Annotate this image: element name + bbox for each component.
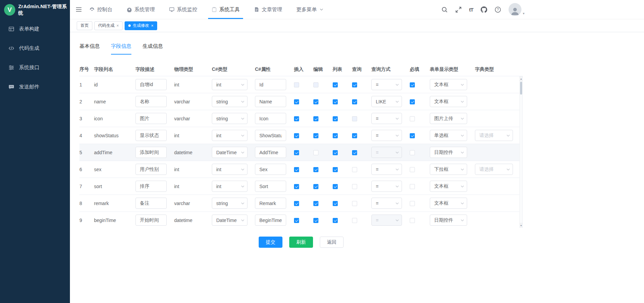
query-mode-select[interactable]: LIKE xyxy=(371,96,402,107)
query-mode-select[interactable]: = xyxy=(371,113,402,124)
edit-checkbox[interactable] xyxy=(313,82,318,87)
csharp-type-select[interactable]: DateTime xyxy=(212,147,247,158)
scroll-up-arrow[interactable]: ▲ xyxy=(520,77,522,81)
field-description-input[interactable] xyxy=(135,130,167,141)
query-checkbox[interactable] xyxy=(352,201,357,206)
insert-checkbox[interactable] xyxy=(294,184,299,189)
scrollbar-thumb[interactable] xyxy=(520,82,522,95)
nav-item-console[interactable]: 控制台 xyxy=(89,0,112,19)
query-checkbox[interactable] xyxy=(352,150,357,155)
github-icon[interactable] xyxy=(481,6,487,13)
field-description-input[interactable] xyxy=(135,96,167,107)
user-avatar-menu[interactable]: ▾ xyxy=(509,3,525,16)
list-checkbox[interactable] xyxy=(333,218,338,223)
csharp-property-input[interactable] xyxy=(255,215,286,226)
query-mode-select[interactable]: = xyxy=(371,79,402,90)
query-checkbox[interactable] xyxy=(352,116,357,121)
nav-item-article-management[interactable]: 文章管理 xyxy=(254,0,282,19)
sidebar-item-form-builder[interactable]: 表单构建 xyxy=(0,19,70,39)
query-mode-select[interactable]: = xyxy=(371,198,402,209)
app-logo-row[interactable]: V ZrAdmin.NET-管理系统 xyxy=(0,0,70,19)
insert-checkbox[interactable] xyxy=(294,167,299,172)
insert-checkbox[interactable] xyxy=(294,99,299,104)
insert-checkbox[interactable] xyxy=(294,133,299,138)
edit-checkbox[interactable] xyxy=(313,218,318,223)
collapse-menu-icon[interactable] xyxy=(76,7,82,12)
query-mode-select[interactable]: = xyxy=(371,181,402,192)
search-icon[interactable] xyxy=(441,6,448,13)
dict-type-select[interactable]: 请选择 xyxy=(475,164,513,175)
vertical-scrollbar[interactable]: ▲ ▼ xyxy=(519,76,523,228)
csharp-type-select[interactable]: int xyxy=(212,130,247,141)
csharp-type-select[interactable]: string xyxy=(212,113,247,124)
csharp-property-input[interactable] xyxy=(255,181,286,192)
query-mode-select[interactable]: = xyxy=(371,147,402,158)
edit-checkbox[interactable] xyxy=(313,99,318,104)
list-checkbox[interactable] xyxy=(333,99,338,104)
submit-button[interactable]: 提交 xyxy=(259,237,282,248)
required-checkbox[interactable] xyxy=(410,201,415,206)
required-checkbox[interactable] xyxy=(410,150,415,155)
field-description-input[interactable] xyxy=(135,215,167,226)
display-type-select[interactable]: 文本框 xyxy=(430,79,467,90)
scrollbar-track[interactable] xyxy=(520,81,522,223)
close-icon[interactable]: × xyxy=(116,23,119,28)
nav-item-system-management[interactable]: 系统管理 xyxy=(127,0,155,19)
csharp-property-input[interactable] xyxy=(255,147,286,158)
dict-type-select[interactable]: 请选择 xyxy=(475,130,513,141)
required-checkbox[interactable] xyxy=(410,116,415,121)
csharp-type-select[interactable]: DateTime xyxy=(212,215,247,226)
field-description-input[interactable] xyxy=(135,164,167,175)
display-type-select[interactable]: 日期控件 xyxy=(430,215,467,226)
tab-generate-info[interactable]: 生成信息 xyxy=(143,43,163,55)
required-checkbox[interactable] xyxy=(410,184,415,189)
list-checkbox[interactable] xyxy=(333,184,338,189)
display-type-select[interactable]: 日期控件 xyxy=(430,147,467,158)
edit-checkbox[interactable] xyxy=(313,150,318,155)
query-mode-select[interactable]: = xyxy=(371,130,402,141)
field-description-input[interactable] xyxy=(135,147,167,158)
back-button[interactable]: 返回 xyxy=(320,237,344,248)
edit-checkbox[interactable] xyxy=(313,167,318,172)
sidebar-item-system-api[interactable]: 系统接口 xyxy=(0,58,70,77)
display-type-select[interactable]: 图片上传 xyxy=(430,113,467,124)
refresh-button[interactable]: 刷新 xyxy=(289,237,313,248)
query-checkbox[interactable] xyxy=(352,99,357,104)
query-checkbox[interactable] xyxy=(352,133,357,138)
insert-checkbox[interactable] xyxy=(294,116,299,121)
tab-basic-info[interactable]: 基本信息 xyxy=(79,43,100,55)
csharp-property-input[interactable] xyxy=(255,164,286,175)
edit-checkbox[interactable] xyxy=(313,184,318,189)
display-type-select[interactable]: 文本框 xyxy=(430,96,467,107)
table-scroll-area[interactable]: 1 id int int = 文本框 xyxy=(79,76,519,228)
nav-item-system-monitor[interactable]: 系统监控 xyxy=(169,0,197,19)
tab-field-info[interactable]: 字段信息 xyxy=(111,43,131,55)
list-checkbox[interactable] xyxy=(333,82,338,87)
tag-code-generation[interactable]: 代码生成 × xyxy=(94,21,123,30)
sidebar-item-code-generation[interactable]: 代码生成 xyxy=(0,39,70,58)
query-checkbox[interactable] xyxy=(352,82,357,87)
insert-checkbox[interactable] xyxy=(294,82,299,87)
close-icon[interactable]: × xyxy=(151,23,153,28)
csharp-property-input[interactable] xyxy=(255,79,286,90)
csharp-type-select[interactable]: int xyxy=(212,181,247,192)
display-type-select[interactable]: 文本框 xyxy=(430,181,467,192)
list-checkbox[interactable] xyxy=(333,167,338,172)
csharp-type-select[interactable]: string xyxy=(212,198,247,209)
tag-generate-modify[interactable]: 生成修改 × xyxy=(125,21,157,30)
csharp-type-select[interactable]: string xyxy=(212,96,247,107)
list-checkbox[interactable] xyxy=(333,116,338,121)
display-type-select[interactable]: 下拉框 xyxy=(430,164,467,175)
list-checkbox[interactable] xyxy=(333,133,338,138)
list-checkbox[interactable] xyxy=(333,201,338,206)
list-checkbox[interactable] xyxy=(333,150,338,155)
font-size-icon[interactable]: tT xyxy=(469,7,473,13)
csharp-property-input[interactable] xyxy=(255,130,286,141)
required-checkbox[interactable] xyxy=(410,167,415,172)
scroll-down-arrow[interactable]: ▼ xyxy=(520,223,522,227)
query-checkbox[interactable] xyxy=(352,218,357,223)
required-checkbox[interactable] xyxy=(410,82,415,87)
csharp-property-input[interactable] xyxy=(255,198,286,209)
insert-checkbox[interactable] xyxy=(294,218,299,223)
edit-checkbox[interactable] xyxy=(313,133,318,138)
